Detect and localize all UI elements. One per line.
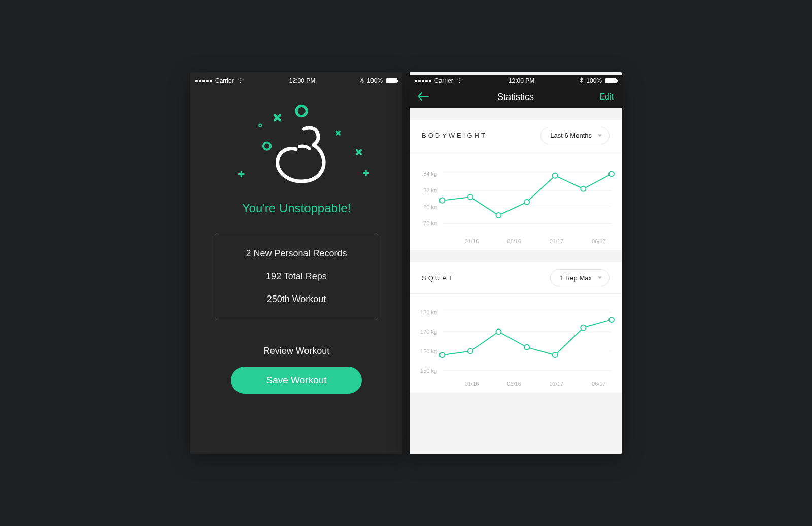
- svg-point-35: [468, 348, 473, 353]
- svg-text:01/16: 01/16: [465, 381, 479, 387]
- signal-dots-icon: [415, 80, 431, 82]
- status-bar: Carrier 12:00 PM 100%: [190, 75, 402, 86]
- summary-stat: 2 New Personal Records: [246, 248, 347, 259]
- wifi-icon: [237, 77, 244, 85]
- svg-text:80 kg: 80 kg: [423, 204, 437, 210]
- chevron-down-icon: [598, 277, 602, 279]
- svg-text:06/16: 06/16: [507, 381, 521, 387]
- svg-text:06/17: 06/17: [592, 238, 606, 244]
- svg-text:06/16: 06/16: [507, 238, 521, 244]
- chart-title: SQUAT: [422, 274, 454, 282]
- svg-point-34: [439, 352, 445, 357]
- battery-icon: [386, 78, 397, 83]
- svg-point-0: [296, 106, 307, 116]
- svg-text:01/17: 01/17: [550, 238, 564, 244]
- svg-point-18: [524, 200, 529, 205]
- svg-text:01/16: 01/16: [465, 238, 479, 244]
- bodyweight-line-chart: 78 kg80 kg82 kg84 kg01/1606/1601/1706/17: [414, 160, 618, 247]
- nav-bar: Statistics Edit: [410, 86, 622, 108]
- svg-text:180 kg: 180 kg: [420, 309, 437, 315]
- chevron-down-icon: [598, 134, 602, 137]
- summary-stats-box: 2 New Personal Records 192 Total Reps 25…: [215, 233, 378, 320]
- summary-stat: 192 Total Reps: [266, 271, 327, 282]
- chart-range-select[interactable]: 1 Rep Max: [550, 269, 610, 286]
- edit-button[interactable]: Edit: [588, 92, 614, 102]
- carrier-label: Carrier: [434, 77, 453, 84]
- battery-icon: [605, 78, 617, 83]
- bluetooth-icon: [580, 77, 583, 85]
- chart-title: BODYWEIGHT: [422, 132, 487, 139]
- svg-point-20: [581, 186, 586, 191]
- squat-line-chart: 150 kg160 kg170 kg180 kg01/1606/1601/170…: [414, 303, 618, 390]
- chart-range-select[interactable]: Last 6 Months: [540, 127, 610, 144]
- back-button[interactable]: [418, 91, 443, 103]
- chart-range-label: 1 Rep Max: [560, 274, 592, 282]
- review-workout-button[interactable]: Review Workout: [263, 346, 330, 356]
- svg-point-2: [263, 143, 270, 150]
- battery-pct: 100%: [367, 77, 383, 84]
- wifi-icon: [456, 77, 463, 85]
- svg-point-38: [553, 352, 558, 357]
- svg-point-1: [259, 124, 261, 126]
- save-workout-button[interactable]: Save Workout: [231, 367, 362, 394]
- carrier-label: Carrier: [215, 77, 234, 84]
- svg-point-40: [609, 317, 614, 322]
- status-time: 12:00 PM: [509, 77, 534, 84]
- chart-card-bodyweight: BODYWEIGHT Last 6 Months 78 kg80 kg82 kg…: [410, 120, 622, 250]
- svg-point-15: [439, 198, 445, 203]
- status-bar: Carrier 12:00 PM 100%: [410, 75, 622, 86]
- svg-text:150 kg: 150 kg: [420, 368, 437, 374]
- arrow-left-icon: [418, 92, 429, 101]
- biceps-icon: [278, 128, 324, 181]
- status-time: 12:00 PM: [289, 77, 315, 84]
- svg-text:06/17: 06/17: [592, 381, 606, 387]
- svg-point-17: [496, 213, 501, 218]
- svg-text:170 kg: 170 kg: [420, 328, 437, 335]
- svg-point-16: [468, 194, 473, 200]
- celebration-illustration: [204, 95, 389, 197]
- page-title: Statistics: [443, 92, 588, 103]
- svg-point-36: [496, 329, 501, 334]
- summary-screen: Carrier 12:00 PM 100%: [190, 72, 402, 454]
- svg-text:78 kg: 78 kg: [423, 220, 437, 226]
- summary-headline: You're Unstoppable!: [242, 201, 351, 215]
- signal-dots-icon: [195, 80, 212, 82]
- svg-text:160 kg: 160 kg: [420, 348, 437, 354]
- battery-pct: 100%: [586, 77, 602, 84]
- svg-text:82 kg: 82 kg: [423, 187, 437, 193]
- chart-range-label: Last 6 Months: [550, 132, 592, 139]
- chart-card-squat: SQUAT 1 Rep Max 150 kg160 kg170 kg180 kg…: [410, 262, 622, 393]
- summary-stat: 250th Workout: [267, 294, 326, 305]
- statistics-screen: Carrier 12:00 PM 100% S: [410, 72, 622, 454]
- svg-point-19: [553, 173, 558, 178]
- svg-point-21: [609, 171, 614, 176]
- svg-text:84 kg: 84 kg: [423, 171, 437, 177]
- svg-text:01/17: 01/17: [550, 381, 564, 387]
- bluetooth-icon: [360, 77, 364, 85]
- svg-point-39: [581, 325, 586, 330]
- svg-point-37: [524, 345, 529, 350]
